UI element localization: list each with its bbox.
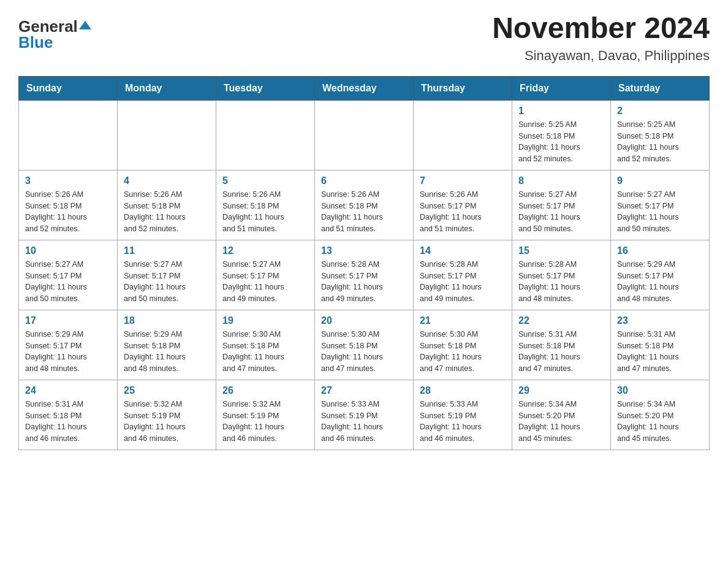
day-info: Sunrise: 5:27 AMSunset: 5:17 PMDaylight:…	[124, 259, 210, 305]
day-info: Sunrise: 5:26 AMSunset: 5:17 PMDaylight:…	[420, 189, 506, 235]
day-info: Sunrise: 5:29 AMSunset: 5:18 PMDaylight:…	[124, 329, 210, 375]
calendar-cell: 7Sunrise: 5:26 AMSunset: 5:17 PMDaylight…	[414, 170, 512, 240]
calendar-cell: 9Sunrise: 5:27 AMSunset: 5:17 PMDaylight…	[611, 170, 710, 240]
calendar-cell	[19, 100, 118, 170]
week-row-3: 10Sunrise: 5:27 AMSunset: 5:17 PMDayligh…	[19, 240, 710, 310]
day-number: 8	[518, 175, 604, 186]
calendar-cell: 28Sunrise: 5:33 AMSunset: 5:19 PMDayligh…	[414, 380, 512, 450]
calendar-cell: 29Sunrise: 5:34 AMSunset: 5:20 PMDayligh…	[512, 380, 611, 450]
calendar-cell: 25Sunrise: 5:32 AMSunset: 5:19 PMDayligh…	[118, 380, 216, 450]
day-info: Sunrise: 5:34 AMSunset: 5:20 PMDaylight:…	[518, 399, 604, 445]
day-info: Sunrise: 5:25 AMSunset: 5:18 PMDaylight:…	[518, 119, 604, 165]
week-row-5: 24Sunrise: 5:31 AMSunset: 5:18 PMDayligh…	[19, 380, 710, 450]
calendar-cell: 8Sunrise: 5:27 AMSunset: 5:17 PMDaylight…	[512, 170, 611, 240]
day-info: Sunrise: 5:34 AMSunset: 5:20 PMDaylight:…	[617, 399, 703, 445]
day-info: Sunrise: 5:28 AMSunset: 5:17 PMDaylight:…	[518, 259, 604, 305]
day-number: 23	[617, 315, 703, 326]
weekday-header-monday: Monday	[118, 76, 216, 100]
day-info: Sunrise: 5:27 AMSunset: 5:17 PMDaylight:…	[617, 189, 703, 235]
calendar-cell: 24Sunrise: 5:31 AMSunset: 5:18 PMDayligh…	[19, 380, 118, 450]
calendar-cell: 27Sunrise: 5:33 AMSunset: 5:19 PMDayligh…	[315, 380, 414, 450]
calendar-cell: 30Sunrise: 5:34 AMSunset: 5:20 PMDayligh…	[611, 380, 710, 450]
calendar-cell: 21Sunrise: 5:30 AMSunset: 5:18 PMDayligh…	[414, 310, 512, 380]
day-number: 3	[25, 175, 111, 186]
day-info: Sunrise: 5:27 AMSunset: 5:17 PMDaylight:…	[25, 259, 111, 305]
day-info: Sunrise: 5:31 AMSunset: 5:18 PMDaylight:…	[617, 329, 703, 375]
day-info: Sunrise: 5:33 AMSunset: 5:19 PMDaylight:…	[321, 399, 407, 445]
day-number: 29	[518, 385, 604, 396]
day-info: Sunrise: 5:26 AMSunset: 5:18 PMDaylight:…	[124, 189, 210, 235]
week-row-2: 3Sunrise: 5:26 AMSunset: 5:18 PMDaylight…	[19, 170, 710, 240]
day-number: 20	[321, 315, 407, 326]
weekday-header-tuesday: Tuesday	[216, 76, 315, 100]
day-info: Sunrise: 5:32 AMSunset: 5:19 PMDaylight:…	[222, 399, 308, 445]
day-info: Sunrise: 5:31 AMSunset: 5:18 PMDaylight:…	[25, 399, 111, 445]
calendar-cell	[118, 100, 216, 170]
day-number: 28	[420, 385, 506, 396]
page-header: General Blue November 2024 Sinayawan, Da…	[18, 12, 710, 64]
weekday-header-sunday: Sunday	[19, 76, 118, 100]
logo-general-text: General	[18, 18, 78, 34]
day-info: Sunrise: 5:29 AMSunset: 5:17 PMDaylight:…	[25, 329, 111, 375]
day-number: 26	[222, 385, 308, 396]
week-row-1: 1Sunrise: 5:25 AMSunset: 5:18 PMDaylight…	[19, 100, 710, 170]
calendar-cell	[315, 100, 414, 170]
title-area: November 2024 Sinayawan, Davao, Philippi…	[492, 12, 710, 64]
location-subtitle: Sinayawan, Davao, Philippines	[492, 48, 710, 64]
weekday-header-thursday: Thursday	[414, 76, 512, 100]
day-number: 17	[25, 315, 111, 326]
day-number: 9	[617, 175, 703, 186]
day-info: Sunrise: 5:30 AMSunset: 5:18 PMDaylight:…	[321, 329, 407, 375]
day-number: 4	[124, 175, 210, 186]
day-number: 25	[124, 385, 210, 396]
calendar-cell: 10Sunrise: 5:27 AMSunset: 5:17 PMDayligh…	[19, 240, 118, 310]
day-info: Sunrise: 5:27 AMSunset: 5:17 PMDaylight:…	[518, 189, 604, 235]
month-title: November 2024	[492, 12, 710, 45]
week-row-4: 17Sunrise: 5:29 AMSunset: 5:17 PMDayligh…	[19, 310, 710, 380]
logo-blue-text: Blue	[18, 34, 53, 50]
day-info: Sunrise: 5:32 AMSunset: 5:19 PMDaylight:…	[124, 399, 210, 445]
day-info: Sunrise: 5:26 AMSunset: 5:18 PMDaylight:…	[222, 189, 308, 235]
calendar-cell: 20Sunrise: 5:30 AMSunset: 5:18 PMDayligh…	[315, 310, 414, 380]
calendar-cell: 2Sunrise: 5:25 AMSunset: 5:18 PMDaylight…	[611, 100, 710, 170]
day-info: Sunrise: 5:25 AMSunset: 5:18 PMDaylight:…	[617, 119, 703, 165]
calendar-cell: 4Sunrise: 5:26 AMSunset: 5:18 PMDaylight…	[118, 170, 216, 240]
calendar-cell	[216, 100, 315, 170]
weekday-header-saturday: Saturday	[611, 76, 710, 100]
calendar-cell: 14Sunrise: 5:28 AMSunset: 5:17 PMDayligh…	[414, 240, 512, 310]
calendar-cell: 13Sunrise: 5:28 AMSunset: 5:17 PMDayligh…	[315, 240, 414, 310]
day-number: 22	[518, 315, 604, 326]
day-info: Sunrise: 5:31 AMSunset: 5:18 PMDaylight:…	[518, 329, 604, 375]
weekday-header-friday: Friday	[512, 76, 611, 100]
day-number: 18	[124, 315, 210, 326]
logo-triangle-icon	[79, 21, 91, 29]
calendar-cell: 19Sunrise: 5:30 AMSunset: 5:18 PMDayligh…	[216, 310, 315, 380]
day-number: 11	[124, 245, 210, 256]
day-info: Sunrise: 5:26 AMSunset: 5:18 PMDaylight:…	[25, 189, 111, 235]
calendar-cell: 3Sunrise: 5:26 AMSunset: 5:18 PMDaylight…	[19, 170, 118, 240]
calendar-cell: 23Sunrise: 5:31 AMSunset: 5:18 PMDayligh…	[611, 310, 710, 380]
day-number: 12	[222, 245, 308, 256]
day-number: 1	[518, 105, 604, 117]
day-number: 27	[321, 385, 407, 396]
day-number: 7	[420, 175, 506, 186]
calendar-cell: 5Sunrise: 5:26 AMSunset: 5:18 PMDaylight…	[216, 170, 315, 240]
calendar-cell: 18Sunrise: 5:29 AMSunset: 5:18 PMDayligh…	[118, 310, 216, 380]
calendar-cell: 16Sunrise: 5:29 AMSunset: 5:17 PMDayligh…	[611, 240, 710, 310]
calendar-cell: 17Sunrise: 5:29 AMSunset: 5:17 PMDayligh…	[19, 310, 118, 380]
calendar-cell: 12Sunrise: 5:27 AMSunset: 5:17 PMDayligh…	[216, 240, 315, 310]
calendar-cell: 26Sunrise: 5:32 AMSunset: 5:19 PMDayligh…	[216, 380, 315, 450]
calendar-cell: 1Sunrise: 5:25 AMSunset: 5:18 PMDaylight…	[512, 100, 611, 170]
day-info: Sunrise: 5:27 AMSunset: 5:17 PMDaylight:…	[222, 259, 308, 305]
day-number: 19	[222, 315, 308, 326]
calendar-cell: 6Sunrise: 5:26 AMSunset: 5:18 PMDaylight…	[315, 170, 414, 240]
day-number: 24	[25, 385, 111, 396]
day-info: Sunrise: 5:29 AMSunset: 5:17 PMDaylight:…	[617, 259, 703, 305]
day-number: 10	[25, 245, 111, 256]
day-number: 15	[518, 245, 604, 256]
calendar-cell: 22Sunrise: 5:31 AMSunset: 5:18 PMDayligh…	[512, 310, 611, 380]
day-number: 14	[420, 245, 506, 256]
calendar-cell: 11Sunrise: 5:27 AMSunset: 5:17 PMDayligh…	[118, 240, 216, 310]
day-number: 13	[321, 245, 407, 256]
weekday-header-row: SundayMondayTuesdayWednesdayThursdayFrid…	[19, 76, 710, 100]
